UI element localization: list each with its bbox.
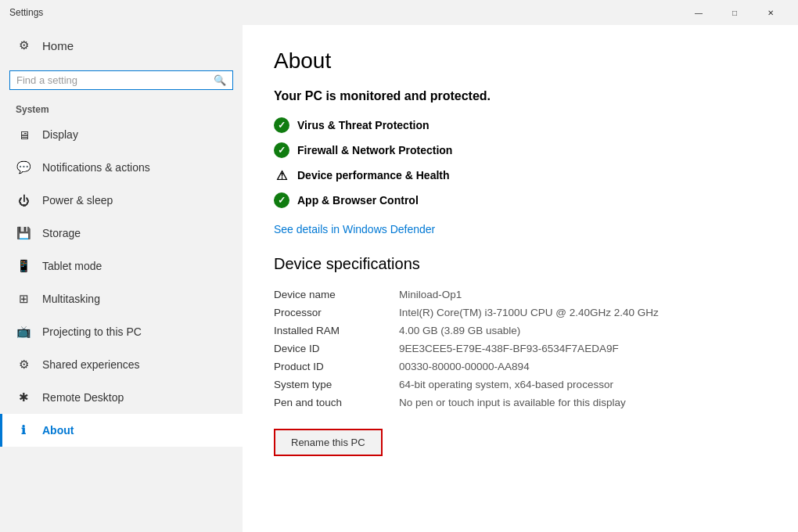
status-label-device: Device performance & Health <box>297 169 450 182</box>
search-box: 🔍 <box>9 70 233 90</box>
status-item-virus: ✓ Virus & Threat Protection <box>274 117 767 133</box>
app-title: Settings <box>9 7 681 18</box>
maximize-button[interactable]: □ <box>717 0 753 25</box>
sidebar-item-label: About <box>42 424 74 437</box>
sidebar-item-label: Projecting to this PC <box>42 325 142 338</box>
defender-link[interactable]: See details in Windows Defender <box>274 223 435 235</box>
spec-label: Device name <box>274 286 399 304</box>
protection-status: Your PC is monitored and protected. <box>274 89 767 103</box>
check-icon-browser: ✓ <box>274 192 289 208</box>
sidebar-item-notifications[interactable]: 💬 Notifications & actions <box>0 151 243 184</box>
tablet-icon: 📱 <box>16 258 31 274</box>
table-row: Pen and touchNo pen or touch input is av… <box>274 394 767 412</box>
sidebar-section-label: System <box>0 98 243 118</box>
spec-label: Installed RAM <box>274 322 399 340</box>
about-icon: ℹ <box>16 422 31 438</box>
sidebar-item-label: Notifications & actions <box>42 161 150 174</box>
check-icon-virus: ✓ <box>274 117 289 133</box>
status-label-virus: Virus & Threat Protection <box>297 119 430 131</box>
spec-label: Processor <box>274 304 399 322</box>
spec-value: 00330-80000-00000-AA894 <box>399 358 767 376</box>
spec-label: Pen and touch <box>274 394 399 412</box>
home-icon: ⚙ <box>16 38 31 53</box>
window-controls: — □ ✕ <box>681 0 789 25</box>
sidebar-item-display[interactable]: 🖥 Display <box>0 118 243 151</box>
sidebar-item-shared[interactable]: ⚙ Shared experiences <box>0 348 243 381</box>
titlebar: Settings — □ ✕ <box>0 0 798 25</box>
search-button[interactable]: 🔍 <box>214 74 226 86</box>
table-row: Device nameMiniload-Op1 <box>274 286 767 304</box>
spec-value: 9EE3CEE5-E79E-438F-BF93-6534F7AEDA9F <box>399 340 767 358</box>
table-row: Device ID9EE3CEE5-E79E-438F-BF93-6534F7A… <box>274 340 767 358</box>
sidebar-item-power[interactable]: ⏻ Power & sleep <box>0 184 243 217</box>
specs-table: Device nameMiniload-Op1ProcessorIntel(R)… <box>274 286 767 412</box>
check-icon-firewall: ✓ <box>274 142 289 158</box>
table-row: Product ID00330-80000-00000-AA894 <box>274 358 767 376</box>
spec-value: Intel(R) Core(TM) i3-7100U CPU @ 2.40GHz… <box>399 304 767 322</box>
minimize-button[interactable]: — <box>681 0 717 25</box>
device-specs-title: Device specifications <box>274 255 767 273</box>
spec-value: No pen or touch input is available for t… <box>399 394 767 412</box>
table-row: System type64-bit operating system, x64-… <box>274 376 767 394</box>
display-icon: 🖥 <box>16 127 31 142</box>
sidebar-item-label: Power & sleep <box>42 194 113 207</box>
status-label-browser: App & Browser Control <box>297 194 419 207</box>
sidebar-item-label: Multitasking <box>42 293 100 305</box>
status-item-device: ⚠ Device performance & Health <box>274 167 767 183</box>
spec-label: Product ID <box>274 358 399 376</box>
home-label: Home <box>42 39 74 52</box>
status-label-firewall: Firewall & Network Protection <box>297 144 452 156</box>
page-title: About <box>274 49 767 74</box>
sidebar: ⚙ Home 🔍 System 🖥 Display 💬 Notification… <box>0 25 243 532</box>
spec-label: System type <box>274 376 399 394</box>
sidebar-item-label: Shared experiences <box>42 358 140 371</box>
sidebar-item-label: Remote Desktop <box>42 391 124 404</box>
warn-icon-device: ⚠ <box>274 167 289 183</box>
table-row: Installed RAM4.00 GB (3.89 GB usable) <box>274 322 767 340</box>
main-layout: ⚙ Home 🔍 System 🖥 Display 💬 Notification… <box>0 25 798 532</box>
close-button[interactable]: ✕ <box>753 0 789 25</box>
sidebar-item-remote[interactable]: ✱ Remote Desktop <box>0 381 243 414</box>
spec-label: Device ID <box>274 340 399 358</box>
multitasking-icon: ⊞ <box>16 291 31 307</box>
sidebar-item-label: Tablet mode <box>42 260 102 272</box>
sidebar-item-projecting[interactable]: 📺 Projecting to this PC <box>0 315 243 348</box>
notifications-icon: 💬 <box>16 160 31 175</box>
content-area: About Your PC is monitored and protected… <box>243 25 798 532</box>
status-list: ✓ Virus & Threat Protection ✓ Firewall &… <box>274 117 767 208</box>
storage-icon: 💾 <box>16 225 31 241</box>
sidebar-item-label: Storage <box>42 227 81 239</box>
sidebar-item-multitasking[interactable]: ⊞ Multitasking <box>0 282 243 315</box>
sidebar-item-tablet[interactable]: 📱 Tablet mode <box>0 250 243 282</box>
power-icon: ⏻ <box>16 192 31 208</box>
projecting-icon: 📺 <box>16 324 31 340</box>
rename-btn-container: Rename this PC <box>274 429 767 456</box>
rename-pc-button[interactable]: Rename this PC <box>274 429 383 456</box>
search-input[interactable] <box>16 74 214 86</box>
sidebar-home[interactable]: ⚙ Home <box>0 25 243 66</box>
table-row: ProcessorIntel(R) Core(TM) i3-7100U CPU … <box>274 304 767 322</box>
sidebar-item-label: Display <box>42 128 78 141</box>
status-item-browser: ✓ App & Browser Control <box>274 192 767 208</box>
spec-value: 64-bit operating system, x64-based proce… <box>399 376 767 394</box>
spec-value: 4.00 GB (3.89 GB usable) <box>399 322 767 340</box>
shared-icon: ⚙ <box>16 357 31 372</box>
remote-icon: ✱ <box>16 390 31 405</box>
sidebar-item-about[interactable]: ℹ About <box>0 414 243 447</box>
spec-value: Miniload-Op1 <box>399 286 767 304</box>
status-item-firewall: ✓ Firewall & Network Protection <box>274 142 767 158</box>
sidebar-item-storage[interactable]: 💾 Storage <box>0 217 243 250</box>
